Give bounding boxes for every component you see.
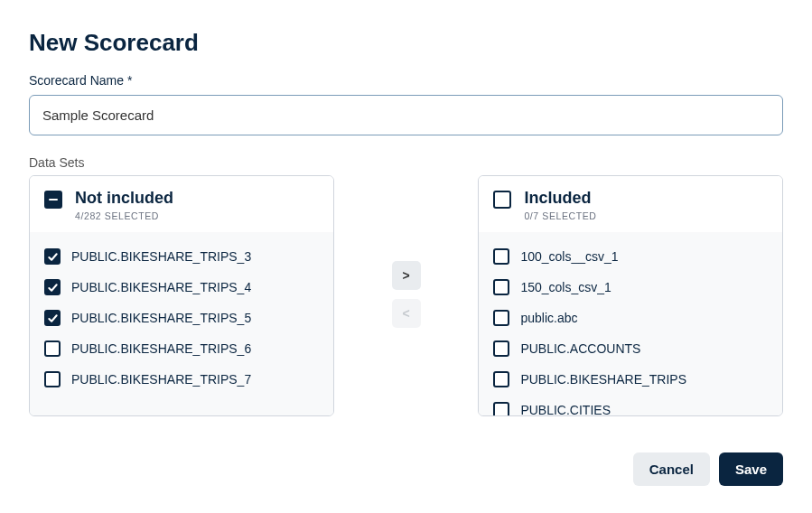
- checkbox-icon[interactable]: [493, 279, 509, 295]
- included-title: Included: [524, 189, 596, 208]
- included-subtitle: 0/7 SELECTED: [524, 210, 596, 221]
- list-item-label: public.abc: [520, 311, 577, 325]
- checkbox-icon[interactable]: [44, 340, 61, 357]
- not-included-list[interactable]: PUBLIC.BIKESHARE_TRIPS_3PUBLIC.BIKESHARE…: [30, 232, 333, 415]
- checkbox-icon[interactable]: [44, 371, 61, 387]
- list-item[interactable]: public.abc: [479, 303, 782, 333]
- scorecard-name-label: Scorecard Name *: [29, 73, 783, 88]
- save-button[interactable]: Save: [719, 452, 783, 486]
- not-included-title: Not included: [75, 189, 173, 208]
- list-item[interactable]: PUBLIC.ACCOUNTS: [479, 333, 782, 364]
- list-item-label: PUBLIC.BIKESHARE_TRIPS_3: [71, 249, 251, 264]
- list-item[interactable]: PUBLIC.BIKESHARE_TRIPS_5: [30, 303, 333, 333]
- checkbox-icon[interactable]: [44, 248, 61, 265]
- list-item[interactable]: PUBLIC.CITIES: [479, 395, 782, 415]
- not-included-panel: Not included 4/282 SELECTED PUBLIC.BIKES…: [29, 175, 334, 416]
- checkbox-icon[interactable]: [44, 279, 61, 295]
- list-item-label: PUBLIC.BIKESHARE_TRIPS_6: [71, 341, 251, 356]
- checkbox-icon[interactable]: [493, 371, 509, 387]
- list-item[interactable]: PUBLIC.BIKESHARE_TRIPS_4: [30, 272, 333, 303]
- checkbox-icon[interactable]: [493, 402, 509, 415]
- list-item-label: PUBLIC.BIKESHARE_TRIPS: [520, 372, 686, 387]
- included-select-all-checkbox[interactable]: [493, 191, 511, 209]
- not-included-select-all-checkbox[interactable]: [44, 191, 62, 209]
- list-item[interactable]: 150_cols_csv_1: [479, 272, 782, 303]
- scorecard-name-input[interactable]: [29, 95, 783, 135]
- list-item-label: 100_cols__csv_1: [520, 249, 618, 264]
- page-title: New Scorecard: [29, 29, 783, 57]
- checkbox-icon[interactable]: [493, 340, 509, 357]
- list-item[interactable]: PUBLIC.BIKESHARE_TRIPS_6: [30, 333, 333, 364]
- move-left-button: <: [392, 299, 421, 328]
- included-list[interactable]: 100_cols__csv_1150_cols_csv_1public.abcP…: [479, 232, 782, 415]
- cancel-button[interactable]: Cancel: [633, 452, 710, 486]
- move-right-button[interactable]: >: [392, 261, 421, 290]
- not-included-subtitle: 4/282 SELECTED: [75, 210, 173, 221]
- included-panel: Included 0/7 SELECTED 100_cols__csv_1150…: [478, 175, 783, 416]
- list-item-label: PUBLIC.BIKESHARE_TRIPS_4: [71, 280, 251, 294]
- not-included-header: Not included 4/282 SELECTED: [30, 176, 333, 232]
- list-item[interactable]: PUBLIC.BIKESHARE_TRIPS: [479, 364, 782, 395]
- checkbox-icon[interactable]: [493, 310, 509, 326]
- checkbox-icon[interactable]: [44, 310, 61, 326]
- list-item[interactable]: PUBLIC.BIKESHARE_TRIPS_3: [30, 241, 333, 272]
- list-item[interactable]: 100_cols__csv_1: [479, 241, 782, 272]
- datasets-label: Data Sets: [29, 155, 783, 170]
- included-header: Included 0/7 SELECTED: [479, 176, 782, 232]
- list-item-label: PUBLIC.BIKESHARE_TRIPS_7: [71, 372, 251, 387]
- list-item-label: 150_cols_csv_1: [520, 280, 611, 294]
- list-item-label: PUBLIC.ACCOUNTS: [520, 341, 640, 356]
- list-item[interactable]: PUBLIC.BIKESHARE_TRIPS_7: [30, 364, 333, 395]
- list-item-label: PUBLIC.BIKESHARE_TRIPS_5: [71, 311, 251, 325]
- list-item-label: PUBLIC.CITIES: [520, 403, 611, 415]
- checkbox-icon[interactable]: [493, 248, 509, 265]
